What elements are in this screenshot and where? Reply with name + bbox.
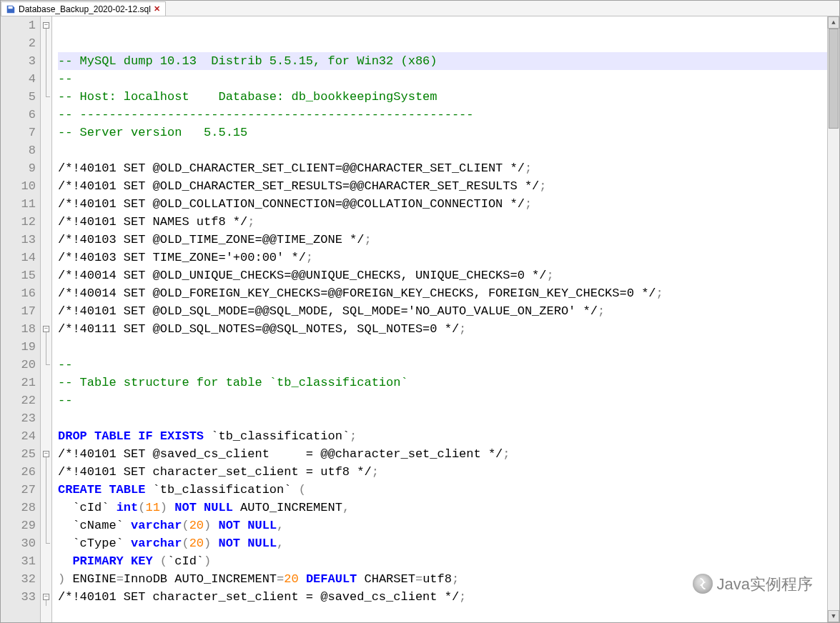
fold-cell [41, 159, 51, 177]
code-line[interactable] [58, 141, 827, 159]
line-number: 22 [1, 392, 36, 409]
line-number: 17 [1, 302, 36, 320]
code-token: `cName` [58, 519, 131, 532]
code-token: ; [525, 197, 532, 211]
code-line[interactable]: /*!40101 SET @OLD_CHARACTER_SET_RESULTS=… [58, 177, 827, 195]
code-line[interactable]: -- Server version 5.5.15 [58, 124, 827, 141]
code-token: ; [598, 304, 605, 318]
vertical-scrollbar[interactable]: ▲ ▼ [827, 16, 839, 622]
code-line[interactable] [58, 606, 827, 622]
line-number: 14 [1, 249, 36, 266]
fold-cell [41, 88, 51, 106]
code-token: -- [58, 358, 72, 372]
code-line[interactable]: DROP TABLE IF EXISTS `tb_classification`… [58, 427, 827, 445]
line-number: 33 [1, 588, 36, 606]
fold-cell[interactable]: − [41, 445, 51, 463]
code-token: /*!40014 SET @OLD_FOREIGN_KEY_CHECKS=@@F… [58, 286, 656, 300]
code-line[interactable]: /*!40101 SET NAMES utf8 */; [58, 213, 827, 231]
code-token: 11 [145, 501, 159, 514]
code-line[interactable]: -- [58, 392, 827, 409]
code-token: -- Server version 5.5.15 [58, 126, 247, 139]
fold-cell[interactable]: − [41, 16, 51, 34]
code-token [58, 554, 72, 568]
code-line[interactable]: /*!40101 SET @saved_cs_client = @@charac… [58, 445, 827, 463]
fold-cell[interactable]: − [41, 588, 51, 606]
code-line[interactable]: /*!40101 SET @OLD_CHARACTER_SET_CLIENT=@… [58, 159, 827, 177]
fold-gutter[interactable]: −−−− [41, 16, 52, 622]
scroll-track[interactable] [828, 29, 839, 610]
line-number: 2 [1, 34, 36, 52]
fold-toggle-icon[interactable]: − [43, 451, 49, 457]
code-line[interactable]: /*!40103 SET @OLD_TIME_ZONE=@@TIME_ZONE … [58, 231, 827, 249]
code-token: /*!40101 SET @OLD_CHARACTER_SET_CLIENT=@… [58, 161, 525, 175]
code-token: `cId` [58, 501, 117, 514]
code-editor[interactable]: 1234567891011121314151617181920212223242… [1, 16, 839, 622]
code-token: /*!40101 SET @OLD_COLLATION_CONNECTION=@… [58, 197, 525, 211]
fold-toggle-icon[interactable]: − [43, 326, 49, 332]
code-line[interactable] [58, 409, 827, 427]
fold-cell[interactable]: − [41, 320, 51, 338]
code-line[interactable]: /*!40014 SET @OLD_UNIQUE_CHECKS=@@UNIQUE… [58, 266, 827, 284]
code-token: ; [306, 251, 313, 264]
fold-cell [41, 356, 51, 374]
close-icon[interactable]: ✕ [154, 6, 161, 13]
code-line[interactable]: -- [58, 70, 827, 88]
code-token: = [117, 572, 124, 586]
fold-cell [41, 463, 51, 481]
line-number: 31 [1, 552, 36, 570]
code-token: DEFAULT [306, 572, 357, 586]
code-token: = [277, 572, 284, 586]
code-line[interactable]: -- Table structure for table `tb_classif… [58, 374, 827, 392]
code-token: ) [204, 554, 211, 568]
file-tab-active[interactable]: Database_Backup_2020-02-12.sql ✕ [1, 1, 166, 16]
code-line[interactable]: /*!40101 SET character_set_client = @sav… [58, 588, 827, 606]
code-line[interactable]: /*!40101 SET @OLD_COLLATION_CONNECTION=@… [58, 195, 827, 213]
code-line[interactable]: /*!40014 SET @OLD_FOREIGN_KEY_CHECKS=@@F… [58, 284, 827, 302]
scroll-down-button[interactable]: ▼ [828, 610, 839, 622]
tab-filename: Database_Backup_2020-02-12.sql [19, 4, 151, 14]
fold-cell [41, 177, 51, 195]
code-line[interactable]: PRIMARY KEY (`cId`) [58, 552, 827, 570]
fold-toggle-icon[interactable]: − [43, 594, 49, 600]
code-token: /*!40101 SET @saved_cs_client = @@charac… [58, 447, 503, 461]
scroll-thumb[interactable] [829, 29, 839, 129]
code-line[interactable]: `cType` varchar(20) NOT NULL, [58, 534, 827, 552]
code-token: ; [247, 215, 255, 229]
code-line[interactable] [58, 338, 827, 356]
code-line[interactable]: -- [58, 356, 827, 374]
code-line[interactable]: -- MySQL dump 10.13 Distrib 5.5.15, for … [58, 52, 827, 70]
code-token: AUTO_INCREMENT [233, 501, 342, 514]
scroll-up-button[interactable]: ▲ [828, 16, 839, 29]
line-number: 28 [1, 499, 36, 517]
line-number: 12 [1, 213, 36, 231]
code-line[interactable]: `cName` varchar(20) NOT NULL, [58, 517, 827, 534]
code-token: utf8 [423, 572, 452, 586]
fold-cell [41, 481, 51, 499]
fold-cell [41, 392, 51, 409]
code-line[interactable]: /*!40111 SET @OLD_SQL_NOTES=@@SQL_NOTES,… [58, 320, 827, 338]
code-area[interactable]: -- MySQL dump 10.13 Distrib 5.5.15, for … [52, 16, 827, 622]
code-token [211, 537, 218, 550]
code-token: ; [503, 447, 510, 461]
tab-bar: Database_Backup_2020-02-12.sql ✕ [1, 1, 839, 16]
code-line[interactable]: `cId` int(11) NOT NULL AUTO_INCREMENT, [58, 499, 827, 517]
fold-toggle-icon[interactable]: − [43, 22, 49, 29]
code-token: -- -------------------------------------… [58, 108, 474, 121]
code-line[interactable]: CREATE TABLE `tb_classification` ( [58, 481, 827, 499]
code-line[interactable]: -- Host: localhost Database: db_bookkeep… [58, 88, 827, 106]
code-line[interactable]: ) ENGINE=InnoDB AUTO_INCREMENT=20 DEFAUL… [58, 570, 827, 588]
code-token [211, 519, 218, 532]
code-line[interactable]: /*!40101 SET character_set_client = utf8… [58, 463, 827, 481]
code-token: DROP TABLE IF EXISTS [58, 429, 204, 443]
code-line[interactable]: /*!40103 SET TIME_ZONE='+00:00' */; [58, 249, 827, 266]
code-token: ( [299, 483, 306, 497]
code-token: `tb_classification` [145, 483, 298, 497]
code-token: 20 [189, 519, 204, 532]
line-number: 9 [1, 159, 36, 177]
line-number: 32 [1, 570, 36, 588]
code-line[interactable]: -- -------------------------------------… [58, 106, 827, 124]
code-token: `cId` [167, 554, 204, 568]
code-token: /*!40103 SET TIME_ZONE='+00:00' */ [58, 251, 306, 264]
line-number: 10 [1, 177, 36, 195]
code-line[interactable]: /*!40101 SET @OLD_SQL_MODE=@@SQL_MODE, S… [58, 302, 827, 320]
